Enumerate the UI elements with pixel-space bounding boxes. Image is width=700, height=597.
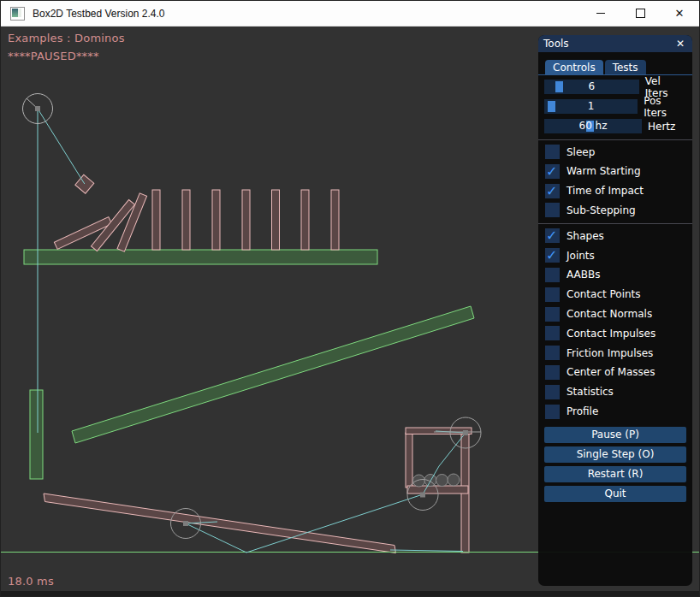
box2d-testbed-window: Examples : Dominos ****PAUSED**** 18.0 m…	[0, 0, 700, 597]
single-step-button[interactable]: Single Step (O)	[544, 446, 686, 463]
checkbox-row-statistics[interactable]: ✓Statistics	[545, 385, 685, 399]
tab-bar: Controls Tests	[545, 60, 685, 74]
pendulum-box	[75, 174, 94, 193]
checkbox-row-shapes[interactable]: ✓Shapes	[545, 228, 685, 243]
minimize-icon	[596, 13, 605, 14]
separator	[538, 139, 692, 140]
minimize-button[interactable]	[581, 1, 620, 26]
app-icon	[10, 7, 25, 21]
window-controls: ✕	[581, 1, 699, 26]
tab-tests[interactable]: Tests	[605, 60, 646, 74]
close-icon: ✕	[675, 8, 685, 19]
checkbox[interactable]: ✓	[545, 248, 560, 263]
checkbox-row-warm-starting[interactable]: ✓Warm Starting	[545, 164, 685, 179]
checkbox-row-profile[interactable]: ✓Profile	[545, 405, 685, 419]
solver-sliders: 6 Vel Iters 1 Pos Iters 60 hz Hertz	[544, 80, 685, 133]
hertz-slider[interactable]: 60 hz	[544, 119, 642, 133]
checkbox-row-center-of-masses[interactable]: ✓Center of Masses	[545, 365, 685, 380]
checkbox[interactable]: ✓	[545, 184, 560, 198]
checkbox-row-sleep[interactable]: ✓Sleep	[545, 145, 685, 159]
close-button[interactable]: ✕	[660, 1, 699, 26]
tools-panel-titlebar[interactable]: Tools ✕	[538, 35, 692, 52]
checkbox[interactable]: ✓	[545, 287, 560, 302]
checkbox[interactable]: ✓	[545, 203, 560, 217]
window-titlebar[interactable]: Box2D Testbed Version 2.4.0 ✕	[1, 1, 699, 27]
tools-panel: Tools ✕ Controls Tests 6 Vel Iters 1 Pos	[538, 35, 692, 586]
restart-button[interactable]: Restart (R)	[544, 466, 686, 482]
checkbox[interactable]: ✓	[545, 385, 560, 399]
checkbox-row-contact-points[interactable]: ✓Contact Points	[545, 287, 685, 302]
window-title: Box2D Testbed Version 2.4.0	[33, 8, 165, 20]
quit-button[interactable]: Quit	[544, 486, 686, 502]
checkbox-row-sub-stepping[interactable]: ✓Sub-Stepping	[545, 203, 685, 217]
checkbox[interactable]: ✓	[545, 326, 560, 340]
checkbox[interactable]: ✓	[545, 164, 560, 179]
checkbox-row-joints[interactable]: ✓Joints	[545, 248, 685, 263]
tools-panel-title: Tools	[543, 38, 673, 50]
checkbox-row-contact-impulses[interactable]: ✓Contact Impulses	[545, 326, 685, 340]
pos-iters-slider[interactable]: 1	[544, 99, 638, 114]
action-buttons: Pause (P) Single Step (O) Restart (R) Qu…	[544, 427, 686, 502]
maximize-button[interactable]	[620, 1, 660, 26]
example-label: Examples : Dominos	[8, 32, 125, 44]
fallen-plank	[44, 494, 396, 553]
window-bottom-border	[1, 591, 699, 596]
hertz-row: 60 hz Hertz	[544, 119, 685, 133]
dominoes	[54, 190, 339, 251]
separator	[538, 223, 692, 224]
checkbox[interactable]: ✓	[545, 405, 560, 419]
checkbox[interactable]: ✓	[545, 346, 560, 360]
cradle-balls	[413, 474, 460, 487]
checkbox[interactable]: ✓	[545, 307, 560, 322]
solver-checkboxes: ✓Sleep ✓Warm Starting ✓Time of Impact ✓S…	[545, 145, 685, 217]
tab-controls[interactable]: Controls	[545, 60, 603, 74]
angled-plank-static	[72, 306, 474, 443]
draw-checkboxes: ✓Shapes ✓Joints ✓AABBs ✓Contact Points ✓…	[545, 228, 685, 418]
paused-label: ****PAUSED****	[8, 50, 99, 62]
check-icon: ✓	[546, 228, 557, 244]
check-icon: ✓	[546, 163, 557, 180]
checkbox-row-aabbs[interactable]: ✓AABBs	[545, 268, 685, 282]
pos-iters-row: 1 Pos Iters	[544, 99, 685, 114]
vertical-pillar-static	[30, 390, 43, 479]
frame-time-label: 18.0 ms	[8, 575, 54, 588]
vel-iters-slider[interactable]: 6	[544, 80, 639, 94]
checkbox[interactable]: ✓	[545, 268, 560, 282]
panel-close-icon[interactable]: ✕	[673, 37, 687, 50]
domino-platform	[24, 250, 377, 264]
checkbox-row-contact-normals[interactable]: ✓Contact Normals	[545, 307, 685, 322]
check-icon: ✓	[546, 247, 557, 263]
checkbox[interactable]: ✓	[545, 365, 560, 380]
checkbox[interactable]: ✓	[545, 145, 560, 159]
checkbox-row-time-of-impact[interactable]: ✓Time of Impact	[545, 184, 685, 198]
pause-button[interactable]: Pause (P)	[544, 427, 686, 443]
checkbox-row-friction-impulses[interactable]: ✓Friction Impulses	[545, 346, 685, 360]
vel-iters-row: 6 Vel Iters	[544, 80, 685, 94]
cradle-frame	[406, 428, 472, 553]
maximize-icon	[636, 9, 645, 18]
checkbox[interactable]: ✓	[545, 228, 560, 243]
check-icon: ✓	[546, 183, 557, 199]
